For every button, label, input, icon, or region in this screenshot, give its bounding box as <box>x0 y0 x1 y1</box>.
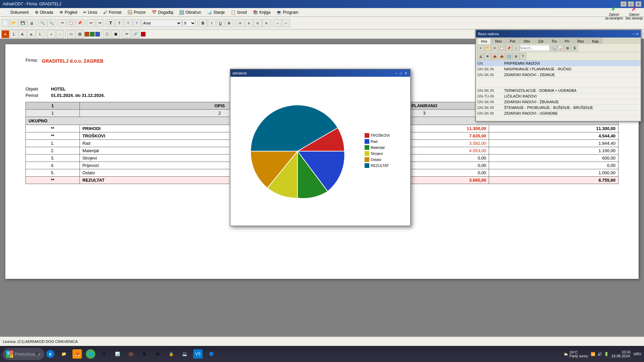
tab-pri[interactable]: Pri <box>561 38 573 44</box>
menu-obracun[interactable]: 🔢 Obračun <box>176 9 204 16</box>
tab-pot[interactable]: Pot <box>506 38 519 44</box>
chart-minimize[interactable]: ─ <box>394 71 398 75</box>
menu-izvod[interactable]: 📋 Izvod <box>228 9 250 16</box>
copy-btn[interactable]: 📋 <box>67 19 75 27</box>
list-item[interactable]: GN PRIPREMNI RADOVI <box>476 61 641 66</box>
font-T3-btn[interactable]: T <box>124 19 132 27</box>
app-icon-5[interactable]: 💼 <box>125 348 137 360</box>
tab-zal[interactable]: Zal <box>535 38 547 44</box>
baze-sort-btn[interactable]: ↕ <box>513 45 519 51</box>
print-btn[interactable]: 🖨 <box>28 19 36 27</box>
list-item[interactable]: GN-SK-IN TERMOIZOLACIJE - DOBAVA + UGRAD… <box>476 88 641 94</box>
list-item[interactable]: GN-SK-IN ZIDARSKI RADOVI - ZIDANJE <box>476 72 641 78</box>
baze-open-btn[interactable]: 📂 <box>484 45 491 51</box>
align-center-btn[interactable]: ≡ <box>245 19 253 27</box>
baze-new-btn[interactable]: + <box>477 45 484 51</box>
underline-btn[interactable]: U <box>216 19 224 27</box>
format-numai-btn[interactable]: a. <box>28 30 36 38</box>
format-border-btn[interactable]: ▭ <box>67 30 75 38</box>
vscode-icon[interactable]: VS <box>192 348 204 360</box>
tab-tro[interactable]: Tro <box>548 38 560 44</box>
format-list-btn[interactable]: • <box>47 30 55 38</box>
baze-search-btn[interactable]: 🔍 <box>550 45 557 51</box>
indent-btn[interactable]: → <box>273 19 281 27</box>
align-right-btn[interactable]: ≡ <box>254 19 262 27</box>
format-pencil-btn[interactable]: ✏ <box>123 30 131 38</box>
format-frame2-btn[interactable]: ▣ <box>112 30 120 38</box>
format-num1-btn[interactable]: 1. <box>10 30 18 38</box>
search-bar[interactable]: 🔍 Pretraživanje <box>17 348 30 360</box>
format-shade-btn[interactable]: ▨ <box>76 30 84 38</box>
paste-btn[interactable]: 📌 <box>76 19 84 27</box>
menu-stanje[interactable]: 📊 Stanje <box>204 9 227 16</box>
redo-btn[interactable]: ↪ <box>96 19 104 27</box>
app-icon-4[interactable]: 📊 <box>111 348 123 360</box>
cut-btn[interactable]: ✂ <box>58 19 66 27</box>
app-icon-6[interactable]: 🖥 <box>138 348 150 360</box>
format-color3-btn[interactable] <box>95 32 100 37</box>
font-T2-btn[interactable]: T <box>115 19 123 27</box>
undo-btn[interactable]: ↩ <box>87 19 95 27</box>
zoom-in-btn[interactable]: 🔍 <box>39 19 47 27</box>
menu-prozor[interactable]: 🪟 Prozor <box>125 9 148 16</box>
tab-kap[interactable]: Kap <box>588 38 602 44</box>
baze-print-btn[interactable]: 🖨 <box>477 53 484 60</box>
font-size-select[interactable]: 9 <box>182 19 196 27</box>
format-color-btn[interactable]: A <box>1 30 9 38</box>
font-T4-btn[interactable]: T <box>133 19 141 27</box>
baze-close[interactable]: ✕ <box>636 32 639 36</box>
baze-chart-btn[interactable]: 📊 <box>557 45 564 51</box>
baze-copy-btn[interactable]: 📋 <box>498 45 505 51</box>
baze-minimize[interactable]: ─ <box>633 32 635 36</box>
baze-calc-btn[interactable]: 🔢 <box>505 53 512 60</box>
format-numi-btn[interactable]: I. <box>36 30 44 38</box>
app-icon-2[interactable]: 🌐 <box>85 348 97 360</box>
chart-maximize[interactable]: □ <box>399 71 403 75</box>
align-justify-btn[interactable]: ≡ <box>262 19 270 27</box>
menu-obrada[interactable]: ⚙ Obrada <box>32 9 56 16</box>
font-name-select[interactable]: Arial <box>142 19 182 27</box>
baze-table-btn[interactable]: ⊞ <box>564 45 571 51</box>
menu-format[interactable]: 🖊 Format <box>101 9 124 16</box>
format-color2-btn[interactable] <box>90 32 95 37</box>
open-btn[interactable]: 📂 <box>10 19 18 27</box>
list-item[interactable]: GN-SK-IN ZIDARSKI RADOVI - UGRADBE <box>476 111 641 116</box>
baze-settings-btn[interactable]: ⚙ <box>513 53 519 60</box>
menu-program[interactable]: 💻 Program <box>274 9 301 16</box>
italic-btn[interactable]: I <box>208 19 216 27</box>
app-icon-7[interactable]: ⚙ <box>152 348 164 360</box>
zoom-out-btn[interactable]: 🔍 <box>47 19 55 27</box>
edge-browser-icon[interactable]: e <box>44 348 56 360</box>
menu-pogled[interactable]: 👁 Pogled <box>57 9 80 16</box>
outdent-btn[interactable]: ← <box>282 19 290 27</box>
app-icon-8[interactable]: 🔒 <box>165 348 177 360</box>
strikethrough-btn[interactable]: S <box>225 19 233 27</box>
baze-cut-btn[interactable]: ✂ <box>491 45 498 51</box>
bold-btn[interactable]: B <box>199 19 207 27</box>
app-icon-9[interactable]: 🔵 <box>205 348 217 360</box>
save-btn[interactable]: 💾 <box>19 19 27 27</box>
list-item[interactable]: GN-SK-IN ŠTEMANJE - PROBIJANJE - BUŠENJE… <box>476 105 641 111</box>
app-icon-3[interactable]: 🗒 <box>98 348 110 360</box>
list-item[interactable]: GN-SK-IN ZIDARSKI RADOVI - ŽBUKANJE <box>476 99 641 105</box>
font-T1-btn[interactable]: T <box>107 19 115 27</box>
baze-import-btn[interactable]: 📥 <box>498 53 505 60</box>
menu-knjiga[interactable]: 📚 Knjiga <box>250 9 273 16</box>
baze-money-btn[interactable]: $ <box>571 45 578 51</box>
format-list2-btn[interactable]: ◦ <box>56 30 64 38</box>
menu-dokument[interactable]: 📄 Dokument <box>1 9 32 16</box>
menu-dogadaj[interactable]: 📅 Događaj <box>149 9 176 16</box>
baze-paste-btn[interactable]: 📌 <box>505 45 512 51</box>
task-view-button[interactable]: ⊞ <box>31 348 43 360</box>
baze-help-btn[interactable]: ? <box>520 53 526 60</box>
file-explorer-icon[interactable]: 📁 <box>58 348 70 360</box>
format-numA-btn[interactable]: A. <box>19 30 27 38</box>
baze-export-btn[interactable]: 📤 <box>491 53 498 60</box>
chart-close[interactable]: ✕ <box>404 71 408 75</box>
baze-search-input[interactable] <box>520 45 550 51</box>
tab-nov[interactable]: Nov <box>491 38 505 44</box>
format-frame-btn[interactable]: ▢ <box>103 30 111 38</box>
list-item[interactable]: GN-TU-IN LIČILAČKI RADOVI <box>476 94 641 99</box>
menu-unos[interactable]: ✏ Unos <box>80 9 100 16</box>
tab-rez[interactable]: Rez <box>574 38 588 44</box>
